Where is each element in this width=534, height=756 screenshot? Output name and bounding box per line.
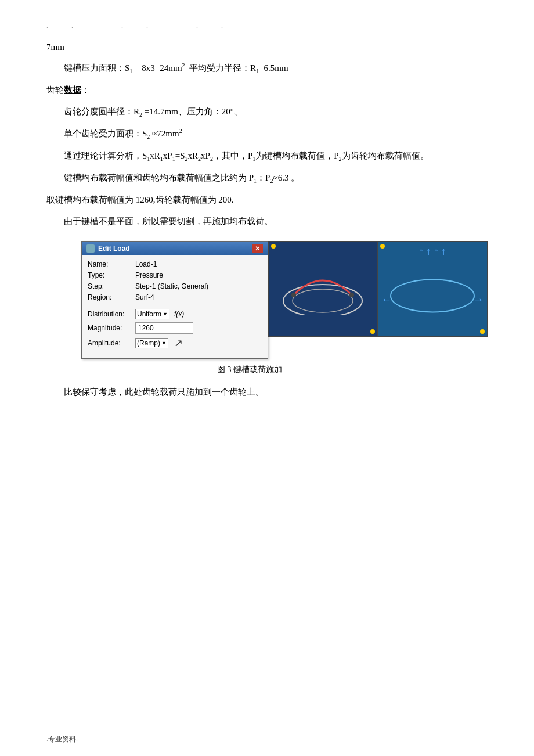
dialog-title: Edit Load [98,244,130,253]
fx-label: f(x) [174,310,184,318]
svg-point-4 [391,279,474,312]
dialog-amplitude-select[interactable]: (Ramp) ▼ [135,338,168,348]
dialog-type-row: Type: Pressure [88,271,262,279]
dialog-magnitude-input[interactable] [135,322,193,334]
gear-data-label: 齿轮数据：= [46,82,488,98]
arrow-up-4: ↑ [441,246,446,258]
para-conservative: 比较保守考虑，此处齿轮载荷只施加到一个齿轮上。 [46,384,488,400]
first-line: 7mm [46,42,488,52]
top-dots: ·· ·· ·· [46,23,488,32]
dialog-name-label: Name: [88,260,133,268]
arrow-left: ← [381,294,392,306]
para-ratio: 键槽均布载荷幅值和齿轮均布载荷幅值之比约为 P1：P2≈6.3 。 [46,170,488,186]
arrow-up-3: ↑ [434,246,439,258]
dialog-titlebar-left: Edit Load [86,244,130,253]
dialog-region-row: Region: Surf-4 [88,293,262,301]
cae-left-svg [282,263,363,315]
arrow-right: → [473,294,484,306]
dialog-divider [88,305,262,305]
arrow-up-2: ↑ [426,246,431,258]
dialog-step-label: Step: [88,282,133,290]
dialog-titlebar: Edit Load ✕ [82,242,268,255]
para-values: 取键槽均布载荷幅值为 1260,齿轮载荷幅值为 200. [46,192,488,208]
dialog-name-row: Name: Load-1 [88,260,262,268]
dialog-name-value: Load-1 [135,260,157,268]
ramp-icon: ↗ [174,337,183,350]
page-footer: .专业资料. [46,735,78,744]
dialog-magnitude-label: Magnitude: [88,324,133,332]
corner-marker-right-br [480,329,485,334]
dialog-magnitude-row: Magnitude: [88,322,262,334]
dialog-amplitude-label: Amplitude: [88,339,133,347]
edit-load-dialog: Edit Load ✕ Name: Load-1 Type: Pressure … [81,241,268,359]
dialog-distribution-select[interactable]: Uniform ▼ [135,309,169,319]
svg-point-3 [349,293,354,297]
dialog-amplitude-value: (Ramp) [137,339,160,347]
para-gear-radius: 齿轮分度圆半径：R2 =14.7mm、压力角：20°、 [46,104,488,120]
svg-point-2 [291,293,296,297]
dialog-type-value: Pressure [135,271,163,279]
corner-marker-br [370,329,375,334]
corner-marker-right-tl [380,244,385,249]
dialog-distribution-row: Distribution: Uniform ▼ f(x) [88,309,262,319]
cae-image-left [268,241,378,337]
dialog-and-images-container: Edit Load ✕ Name: Load-1 Type: Pressure … [81,241,488,359]
right-image-oval-container [386,269,479,318]
dialog-distribution-value: Uniform [137,310,161,318]
left-image-content [269,242,377,336]
arrow-up-1: ↑ [418,246,424,258]
dialog-amplitude-row: Amplitude: (Ramp) ▼ ↗ [88,337,262,350]
dialog-step-value: Step-1 (Static, General) [135,282,208,290]
dialog-distribution-label: Distribution: [88,310,133,318]
figure-caption: 图 3 键槽载荷施加 [12,365,488,375]
dialog-region-value: Surf-4 [135,293,154,301]
dialog-region-label: Region: [88,293,133,301]
dialog-close-button[interactable]: ✕ [252,244,263,253]
dialog-body: Name: Load-1 Type: Pressure Step: Step-1… [82,255,268,358]
dropdown-arrow-distribution: ▼ [163,311,168,317]
svg-point-1 [293,289,353,312]
dialog-title-icon [86,244,95,253]
para-keyslot-area: 键槽压力面积：S1 = 8x3=24mm2 平均受力半径：R1=6.5mm [46,60,488,77]
dialog-type-label: Type: [88,271,133,279]
para-gear-area: 单个齿轮受力面积：S2 ≈72mm2 [46,126,488,142]
para-cut: 由于键槽不是平面，所以需要切割，再施加均布载荷。 [46,214,488,229]
dropdown-arrow-amplitude: ▼ [161,340,167,346]
cae-right-svg [386,269,479,316]
para-theory: 通过理论计算分析，S1xR1xP1=S2xR2xP2，其中，P1为键槽均布载荷值… [46,148,488,164]
cae-image-right: ↑ ↑ ↑ ↑ ← → [378,241,488,337]
top-force-arrows: ↑ ↑ ↑ ↑ [418,246,446,258]
dialog-step-row: Step: Step-1 (Static, General) [88,282,262,290]
red-arch-container [282,263,363,315]
